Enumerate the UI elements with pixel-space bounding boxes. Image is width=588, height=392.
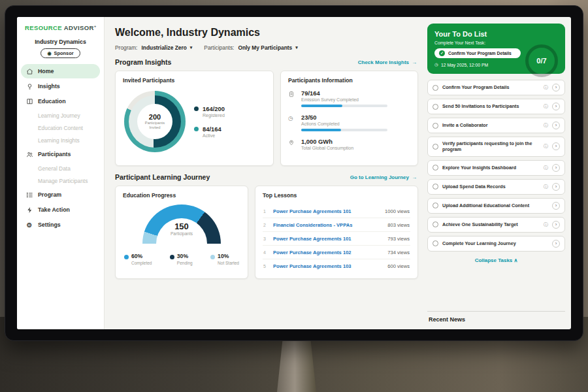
check-more-insights-link[interactable]: Check More Insights → [358, 59, 417, 65]
section-title: Program Insights [115, 58, 171, 66]
task-row[interactable]: Upload Spend Data Records ⓘ › [427, 179, 565, 195]
lesson-row: 4 Power Purchase Agreements 102 734 view… [263, 246, 410, 259]
learning-journey-header: Participant Learning Journey Go to Learn… [115, 173, 417, 181]
task-checkbox[interactable] [433, 123, 438, 129]
sidebar-item-label: Home [38, 68, 54, 74]
task-checkbox[interactable] [433, 144, 438, 150]
chevron-right-icon[interactable]: › [552, 84, 560, 91]
sidebar-item-label: Insights [38, 83, 60, 90]
clock-icon: ◷ [434, 62, 438, 67]
card-title: Invited Participants [123, 77, 266, 84]
sidebar-item-learning-insights[interactable]: Learning Insights [21, 134, 100, 146]
page-title: Welcome, Industry Dynamics [115, 27, 418, 39]
app-window: RESOURCE ADVISOR+ Industry Dynamics ◉ Sp… [17, 17, 571, 329]
chevron-right-icon[interactable]: › [552, 183, 560, 191]
lesson-row: 5 Power Purchase Agreements 103 600 view… [263, 259, 410, 272]
lesson-link[interactable]: Power Purchase Agreements 102 [273, 250, 383, 255]
task-checkbox[interactable] [433, 221, 438, 227]
sidebar-item-learning-journey[interactable]: Learning Journey [21, 109, 100, 122]
sidebar-item-label: Participants [38, 151, 71, 157]
participants-filter-label: Participants: [204, 44, 234, 51]
sponsor-badge[interactable]: ◉ Sponsor [41, 48, 80, 58]
next-task-pill[interactable]: ✓ Confirm Your Program Details [434, 48, 521, 58]
participants-select[interactable]: Only My Participants ▾ [238, 44, 297, 51]
task-row[interactable]: Achieve One Sustainability Target ⓘ › [427, 217, 565, 233]
legend-dot [124, 255, 129, 259]
collapse-tasks-link[interactable]: Collapse Tasks ∧ [427, 257, 565, 263]
task-row[interactable]: Explore Your Insights Dashboard ⓘ › [427, 160, 565, 176]
clock-icon: ◷ [288, 114, 296, 131]
location-pin-icon [288, 138, 296, 153]
sidebar-item-take-action[interactable]: Take Action [21, 203, 100, 217]
info-icon: ⓘ [544, 184, 548, 190]
sidebar-item-education-content[interactable]: Education Content [21, 122, 100, 134]
task-row[interactable]: Verify participants requesting to join t… [427, 137, 565, 157]
sidebar-item-manage-participants[interactable]: Manage Participants [21, 174, 100, 187]
sidebar-item-home[interactable]: Home [21, 64, 100, 78]
legend-item-registered: 164/200 Registered [194, 105, 225, 118]
legend-item-pending: 30% Pending [170, 253, 193, 265]
task-row[interactable]: Complete Your Learning Journey › [427, 236, 565, 252]
lesson-link[interactable]: Power Purchase Agreements 101 [273, 208, 380, 214]
lightbulb-icon [25, 82, 33, 90]
donut-legend: 164/200 Registered 84/164 Active [194, 105, 225, 138]
progress-bar [301, 105, 387, 107]
arrow-right-icon: → [412, 59, 417, 65]
clipboard-icon [288, 90, 296, 107]
lesson-link[interactable]: Power Purchase Agreements 103 [273, 263, 383, 269]
go-to-learning-journey-link[interactable]: Go to Learning Journey → [350, 174, 417, 180]
task-checkbox[interactable] [433, 203, 438, 208]
list-icon [25, 191, 33, 199]
chevron-right-icon[interactable]: › [552, 142, 560, 150]
task-checkbox[interactable] [433, 165, 438, 171]
chevron-right-icon[interactable]: › [552, 202, 560, 210]
sidebar-item-settings[interactable]: ⚙ Settings [21, 218, 100, 232]
task-checkbox[interactable] [433, 104, 438, 110]
app-logo: RESOURCE ADVISOR+ [17, 23, 104, 34]
program-insights-header: Program Insights Check More Insights → [115, 58, 417, 66]
task-row[interactable]: Invite a Collaborator ⓘ › [427, 118, 565, 133]
task-row[interactable]: Upload Additional Educational Content › [427, 198, 565, 214]
chevron-right-icon[interactable]: › [552, 240, 560, 248]
sidebar-item-participants[interactable]: Participants [21, 147, 100, 161]
card-title: Education Progress [123, 192, 240, 199]
sidebar-item-program[interactable]: Program [21, 188, 100, 202]
program-insights-cards: Invited Participants 200 Participants In… [115, 71, 418, 166]
task-checkbox[interactable] [433, 85, 438, 91]
sidebar-item-insights[interactable]: Insights [21, 79, 100, 93]
task-checkbox[interactable] [433, 240, 438, 246]
legend-dot [194, 106, 199, 111]
lesson-row: 3 Power Purchase Agreements 101 793 view… [263, 232, 410, 246]
task-row[interactable]: Confirm Your Program Details ⓘ › [427, 80, 565, 95]
learning-journey-cards: Education Progress 150 Participants [115, 186, 418, 279]
monitor-stand [277, 340, 316, 392]
main-content: Welcome, Industry Dynamics Program: Indu… [105, 17, 426, 329]
chevron-right-icon[interactable]: › [552, 122, 560, 129]
chevron-right-icon[interactable]: › [552, 164, 560, 172]
people-icon [25, 150, 33, 158]
program-select[interactable]: Industrialize Zero ▾ [141, 44, 192, 51]
global-consumption-row: 1,000 GWh Total Global Consumption [288, 138, 410, 153]
sidebar-item-education[interactable]: Education [21, 94, 100, 108]
actions-completed-row: ◷ 23/50 Actions Completed [288, 114, 410, 131]
task-checkbox[interactable] [433, 184, 438, 189]
lesson-link[interactable]: Power Purchase Agreements 101 [273, 236, 383, 242]
logo-primary: RESOURCE [25, 24, 62, 31]
legend-dot [210, 255, 215, 259]
sidebar-item-general-data[interactable]: General Data [21, 162, 100, 174]
task-row[interactable]: Send 50 Invitations to Participants ⓘ › [427, 99, 565, 114]
chevron-right-icon[interactable]: › [552, 221, 560, 229]
sidebar-item-label: Take Action [38, 206, 70, 213]
arrow-right-icon: → [412, 174, 417, 180]
bolt-icon [25, 206, 33, 214]
home-icon [25, 67, 33, 75]
top-lessons-card: Top Lessons 1 Power Purchase Agreements … [255, 186, 418, 279]
recent-news-header: Recent News [427, 311, 565, 324]
todo-column: Your To Do List Complete Your Next Task:… [426, 17, 571, 329]
gauge-legend: 60% Completed 30% Pending 10% [123, 253, 240, 265]
chevron-right-icon[interactable]: › [552, 103, 560, 110]
todo-summary-card: Your To Do List Complete Your Next Task:… [427, 24, 565, 74]
lesson-link[interactable]: Financial Considerations - VPPAs [273, 222, 383, 228]
invited-participants-card: Invited Participants 200 Participants In… [115, 71, 274, 166]
info-icon: ⓘ [544, 84, 548, 91]
